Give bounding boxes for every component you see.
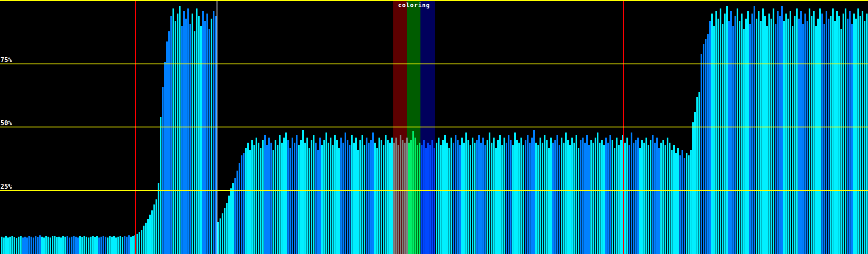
bar [783, 21, 785, 254]
bar [366, 138, 367, 254]
bar [482, 138, 484, 254]
bar [431, 140, 433, 254]
bar [45, 236, 47, 254]
bar [256, 138, 257, 254]
bar [364, 145, 365, 254]
bar [192, 14, 193, 254]
bar [111, 237, 113, 254]
bar [226, 203, 228, 254]
bar [645, 138, 647, 254]
bar [525, 140, 526, 254]
bar [747, 11, 749, 254]
bar [268, 138, 270, 254]
bar [79, 236, 81, 254]
bar [677, 148, 679, 254]
bar [374, 143, 376, 254]
bar [347, 140, 348, 254]
bar [368, 143, 370, 254]
bar [292, 138, 293, 254]
bar [11, 236, 13, 254]
bar [400, 135, 401, 254]
bar [569, 145, 571, 254]
bar [652, 135, 654, 254]
bar [845, 8, 846, 254]
bar [605, 138, 607, 254]
gridline-75 [0, 64, 868, 64]
bar [359, 140, 361, 254]
bar [175, 21, 176, 254]
bar [796, 8, 798, 254]
bar [419, 143, 420, 254]
bar [510, 140, 512, 254]
bar [561, 138, 562, 254]
bar [495, 148, 497, 254]
bar [758, 11, 760, 254]
bar [251, 140, 253, 254]
bar [349, 145, 351, 254]
bar [726, 6, 728, 254]
bar [686, 153, 687, 254]
bar [270, 143, 272, 254]
bar [54, 236, 56, 254]
bar [300, 140, 302, 254]
bar [211, 19, 212, 254]
bar [5, 236, 7, 254]
bar [448, 148, 450, 254]
bar [287, 140, 289, 254]
bar [281, 143, 283, 254]
bar [187, 8, 189, 254]
bar [338, 148, 340, 254]
bar [402, 140, 403, 254]
bar [143, 226, 145, 254]
bar [124, 236, 125, 254]
bar [1, 237, 3, 254]
bar [779, 16, 781, 254]
bar [573, 143, 575, 254]
bar [637, 138, 639, 254]
bar [582, 138, 584, 254]
bar [258, 143, 259, 254]
bar [461, 138, 463, 254]
bar [9, 237, 11, 254]
bar [777, 11, 779, 254]
bar [35, 236, 36, 254]
bar [781, 6, 783, 254]
bar [749, 24, 751, 254]
bar [62, 236, 64, 254]
bar [247, 143, 249, 254]
bar [196, 8, 198, 254]
bar [635, 140, 637, 254]
bar [153, 204, 155, 254]
bar [122, 237, 123, 254]
bar [667, 138, 668, 254]
bar [115, 237, 117, 254]
bar [16, 238, 17, 254]
bar [120, 236, 121, 254]
bar [620, 140, 622, 254]
bar [853, 14, 855, 254]
bar [206, 14, 208, 254]
bar [586, 135, 588, 254]
bar [92, 236, 94, 254]
bar [446, 143, 448, 254]
bar [550, 138, 552, 254]
bar [815, 26, 817, 254]
bar [372, 133, 374, 254]
bar [463, 143, 465, 254]
bar [588, 145, 590, 254]
bar [385, 135, 387, 254]
bar [567, 140, 569, 254]
bar [444, 135, 446, 254]
bar [751, 14, 753, 254]
bar [204, 21, 206, 254]
bar [790, 11, 791, 254]
bar [455, 135, 456, 254]
bar [745, 19, 747, 254]
bar [198, 16, 200, 254]
bar [136, 234, 138, 254]
bar [798, 19, 800, 254]
bar [480, 143, 482, 254]
bar [830, 16, 832, 254]
bar [162, 87, 164, 254]
bar [438, 138, 440, 254]
